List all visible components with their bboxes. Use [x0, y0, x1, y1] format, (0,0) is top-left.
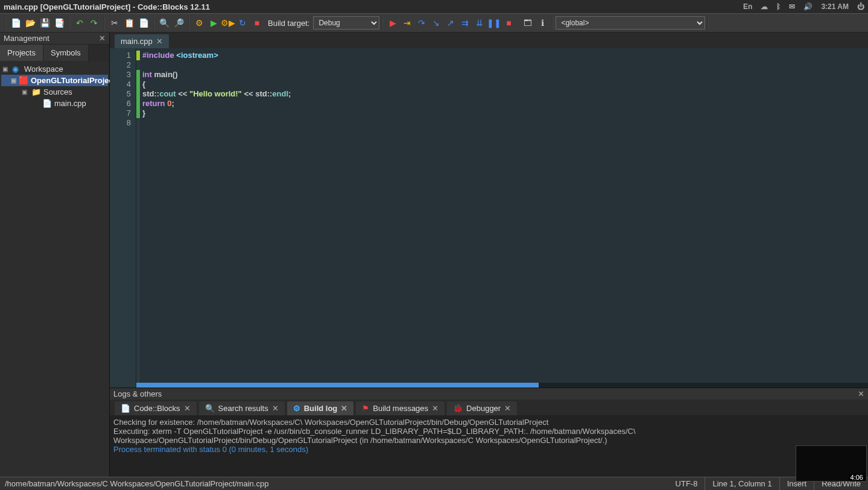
doc-icon: 📄 [121, 404, 130, 413]
stop-debug-button[interactable]: ■ [502, 16, 515, 30]
cut-button[interactable]: ✂ [108, 16, 121, 30]
build-target-label: Build target: [268, 19, 309, 28]
power-icon[interactable]: ⏻ [857, 2, 864, 11]
step-out-button[interactable]: ↗ [444, 16, 457, 30]
logs-panel: Logs & others ✕ 📄Code::Blocks✕ 🔍Search r… [110, 388, 868, 477]
statusbar: /home/batman/Workspaces/C Workspaces/Ope… [0, 477, 868, 490]
bluetooth-icon[interactable]: ᛒ [776, 2, 781, 11]
cloud-icon[interactable]: ☁ [761, 2, 768, 11]
log-tab-codeblocks[interactable]: 📄Code::Blocks✕ [115, 401, 197, 415]
run-to-cursor-button[interactable]: ⇥ [401, 16, 414, 30]
gear-icon: ⚙ [293, 404, 300, 413]
clock[interactable]: 3:21 AM [821, 2, 849, 11]
tree-label: main.cpp [54, 99, 86, 108]
paste-button[interactable]: 📄 [137, 16, 150, 30]
tree-project[interactable]: ▣ 🟥 OpenGLTutorialProject [1, 75, 108, 86]
pip-timestamp: 4:06 [849, 474, 865, 481]
status-position: Line 1, Column 1 [705, 477, 779, 490]
tree-label: Sources [43, 87, 72, 96]
find-button[interactable]: 🔍 [157, 16, 171, 30]
expand-icon[interactable]: ▣ [11, 77, 16, 84]
code-content[interactable]: #include <iostream> int main() { std::co… [140, 48, 296, 388]
file-tab-main[interactable]: main.cpp ✕ [115, 34, 169, 48]
flag-icon: ⚑ [362, 404, 369, 413]
debug-start-button[interactable]: ▶ [386, 16, 399, 30]
titlebar: main.cpp [OpenGLTutorialProject] - Code:… [0, 0, 868, 13]
workspace-icon: ◉ [12, 64, 22, 74]
log-line: Checking for existence: /home/batman/Wor… [113, 418, 864, 427]
log-tab-buildlog[interactable]: ⚙Build log✕ [287, 401, 354, 415]
tab-projects[interactable]: Projects [0, 45, 43, 61]
save-all-button[interactable]: 📑 [52, 16, 66, 30]
tab-symbols[interactable]: Symbols [43, 45, 89, 61]
close-icon[interactable]: ✕ [341, 404, 347, 413]
main-toolbar: 📄 📂 💾 📑 ↶ ↷ ✂ 📋 📄 🔍 🔎 ⚙ ▶ ⚙▶ ↻ ■ Build t… [0, 13, 868, 33]
close-icon[interactable]: ✕ [432, 404, 439, 413]
logs-close-button[interactable]: ✕ [858, 389, 864, 398]
break-button[interactable]: ❚❚ [487, 16, 501, 30]
video-pip[interactable]: 4:06 [796, 445, 867, 482]
tree-file[interactable]: 📄 main.cpp [1, 98, 108, 109]
redo-button[interactable]: ↷ [87, 16, 101, 30]
window-title: main.cpp [OpenGLTutorialProject] - Code:… [4, 2, 210, 11]
build-button[interactable]: ⚙ [192, 16, 206, 30]
editor-hscrollbar[interactable] [136, 383, 868, 388]
file-tab-label: main.cpp [121, 37, 153, 46]
close-tab-button[interactable]: ✕ [156, 37, 163, 46]
close-icon[interactable]: ✕ [504, 404, 511, 413]
management-close-button[interactable]: ✕ [99, 34, 106, 43]
log-tab-search[interactable]: 🔍Search results✕ [199, 401, 285, 415]
scope-select[interactable]: <global> [556, 16, 705, 30]
copy-button[interactable]: 📋 [122, 16, 136, 30]
editor-area: main.cpp ✕ 1 2 3 4 5 6 7 8 [110, 33, 868, 388]
tree-label: Workspace [24, 64, 63, 74]
tree-workspace[interactable]: ▣ ◉ Workspace [1, 63, 108, 75]
abort-button[interactable]: ■ [250, 16, 264, 30]
log-content[interactable]: Checking for existence: /home/batman/Wor… [110, 415, 868, 477]
open-file-button[interactable]: 📂 [24, 16, 37, 30]
keyboard-lang[interactable]: En [743, 2, 752, 11]
replace-button[interactable]: 🔎 [172, 16, 185, 30]
management-title: Management [4, 34, 49, 43]
mail-icon[interactable]: ✉ [789, 2, 795, 11]
close-icon[interactable]: ✕ [184, 404, 191, 413]
tree-label: OpenGLTutorialProject [31, 76, 116, 85]
tree-sources[interactable]: ▣ 📁 Sources [1, 86, 108, 98]
rebuild-button[interactable]: ↻ [236, 16, 249, 30]
expand-icon[interactable]: ▣ [22, 89, 29, 95]
step-into-button[interactable]: ↘ [429, 16, 443, 30]
status-encoding: UTF-8 [668, 477, 706, 490]
log-tab-buildmsg[interactable]: ⚑Build messages✕ [356, 401, 445, 415]
close-icon[interactable]: ✕ [272, 404, 279, 413]
project-tree: ▣ ◉ Workspace ▣ 🟥 OpenGLTutorialProject … [0, 61, 109, 112]
step-over-button[interactable]: ↷ [415, 16, 428, 30]
logs-title: Logs & others [113, 389, 162, 398]
search-icon: 🔍 [205, 404, 215, 413]
gutter: 1 2 3 4 5 6 7 8 [110, 48, 136, 388]
folder-icon: 📁 [31, 87, 41, 96]
bug-icon: 🐞 [453, 404, 463, 413]
project-icon: 🟥 [19, 76, 28, 85]
log-tab-debugger[interactable]: 🐞Debugger✕ [447, 401, 517, 415]
undo-button[interactable]: ↶ [73, 16, 86, 30]
status-path: /home/batman/Workspaces/C Workspaces/Ope… [0, 479, 668, 488]
log-line: Executing: xterm -T OpenGLTutorialProjec… [113, 427, 864, 445]
log-line: Process terminated with status 0 (0 minu… [113, 445, 864, 454]
file-icon: 📄 [42, 99, 52, 108]
code-editor[interactable]: 1 2 3 4 5 6 7 8 #include <iostream> int … [110, 48, 868, 388]
debug-info-button[interactable]: ℹ [536, 16, 549, 30]
volume-icon[interactable]: 🔊 [803, 2, 813, 11]
expand-icon[interactable]: ▣ [2, 66, 10, 72]
step-instr-button[interactable]: ⇊ [473, 16, 486, 30]
debug-windows-button[interactable]: 🗔 [521, 16, 534, 30]
management-panel: Management ✕ Projects Symbols ▣ ◉ Worksp… [0, 33, 110, 477]
build-target-select[interactable]: Debug [313, 16, 379, 30]
save-button[interactable]: 💾 [38, 16, 51, 30]
build-run-button[interactable]: ⚙▶ [221, 16, 235, 30]
next-instr-button[interactable]: ⇉ [458, 16, 472, 30]
system-tray: En ☁ ᛒ ✉ 🔊 3:21 AM ⏻ [743, 2, 864, 11]
new-file-button[interactable]: 📄 [9, 16, 22, 30]
run-button[interactable]: ▶ [207, 16, 220, 30]
